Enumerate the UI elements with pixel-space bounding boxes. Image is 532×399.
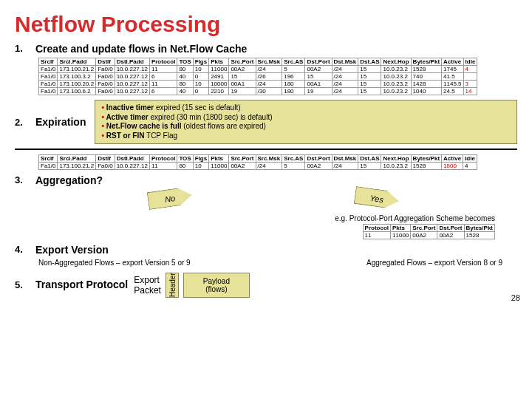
step-2-label: Expiration [35,116,86,128]
step-2-num: 2. [15,117,35,128]
page-title: Netflow Processing [15,12,517,37]
flow-cache-table-2: SrclfSrcl.PaddDstlfDstl.PaddProtocolTOSF… [38,154,477,170]
step-5-label: Transport Protocol [35,279,128,290]
expiration-notes: • Inactive timer expired (15 sec is defa… [95,100,517,144]
step-3-num: 3. [15,174,35,185]
flow-cache-table-1: SrclfSrcl.PaddDstlfDstl.PaddProtocolTOSF… [38,58,477,95]
step-4: 4. Export Version [15,244,517,256]
arrow-no: No [147,186,194,210]
arrow-yes: Yes [354,186,400,210]
export-note-right: Aggregated Flows – export Version 8 or 9 [366,259,502,267]
step-1: 1. Create and update flows in Net.Flow C… [15,43,517,55]
step-5: 5. Transport Protocol ExportPacket Heade… [15,271,517,298]
divider [15,149,517,150]
page-number: 28 [511,293,520,302]
step-3-label: Aggregation? [35,174,103,186]
export-note-left: Non-Aggregated Flows – export Version 5 … [38,259,191,267]
step-5-num: 5. [15,279,35,290]
step-2: 2. Expiration • Inactive timer expired (… [15,100,517,144]
export-packet-label: ExportPacket [134,275,161,296]
packet-payload-box: Payload (flows) [183,273,250,298]
decision-arrows: No Yes [15,189,517,210]
agg-caption: e.g. Protocol-Port Aggregation Scheme be… [15,214,495,222]
export-version-notes: Non-Aggregated Flows – export Version 5 … [38,259,502,267]
step-4-num: 4. [15,244,35,255]
step-3: 3. Aggregation? [15,174,517,186]
payload-line1: Payload [203,277,230,285]
step-1-label: Create and update flows in Net.Flow Cach… [35,43,247,55]
aggregation-table: ProtocolPktsSrc.PortDst.PortBytes/Pkt 11… [363,224,495,239]
packet-header-box: Header [166,273,179,298]
payload-line2: (flows) [205,285,227,293]
step-4-label: Export Version [35,244,109,256]
step-1-num: 1. [15,43,35,54]
